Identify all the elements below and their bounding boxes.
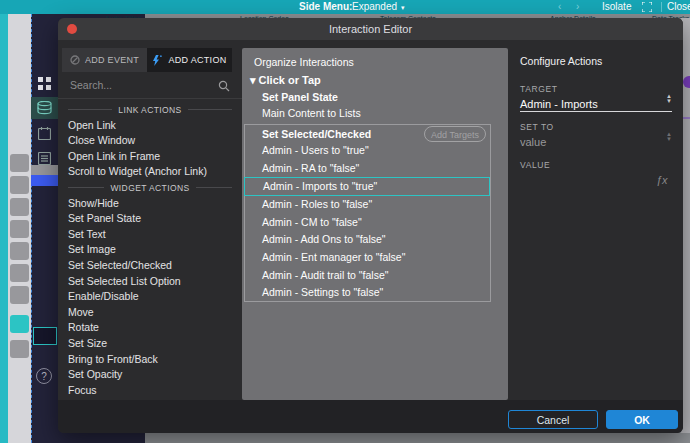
target-label: TARGET <box>520 84 557 94</box>
section-header: LINK ACTIONS <box>68 102 232 118</box>
chevron-down-icon[interactable]: ▾ <box>401 2 405 14</box>
action-item[interactable]: Set Selected List Option <box>68 274 232 290</box>
action-item[interactable]: Set Opacity <box>68 367 232 383</box>
target-select[interactable]: Admin - Imports ▲▼ <box>520 94 672 110</box>
left-panel-divider <box>58 98 242 99</box>
configure-title: Configure Actions <box>520 55 602 67</box>
organize-interactions-panel: Organize Interactions ▾ Click or Tap Set… <box>242 48 508 400</box>
search-icon[interactable] <box>218 80 230 92</box>
target-row[interactable]: Admin - Settings to "false" <box>244 284 490 302</box>
event-row[interactable]: ▾ Click or Tap <box>250 74 321 87</box>
action-item[interactable]: Open Link <box>68 118 232 134</box>
action-item[interactable]: Scroll to Widget (Anchor Link) <box>68 164 232 180</box>
rail-gray-band <box>31 165 58 175</box>
target-rows: Admin - Users to "true" Admin - RA to "f… <box>244 142 490 302</box>
panel-thumb[interactable] <box>10 220 29 238</box>
purple-marker-icon <box>683 76 690 88</box>
organize-title: Organize Interactions <box>254 56 354 68</box>
action-library-list: LINK ACTIONS Open Link Close Window Open… <box>68 102 232 398</box>
action-item[interactable]: Rotate <box>68 320 232 336</box>
panel-thumb[interactable] <box>10 264 29 282</box>
close-dot-icon[interactable] <box>67 24 77 34</box>
target-row[interactable]: Admin - RA to "false" <box>244 160 490 178</box>
action-item[interactable]: Set Size <box>68 336 232 352</box>
collapsed-panel-strip <box>8 0 31 443</box>
calendar-icon[interactable] <box>31 122 58 144</box>
action-item[interactable]: Move <box>68 305 232 321</box>
player-toolbar: Side Menu: Expanded ▾ ‹ › Isolate Close … <box>0 0 690 14</box>
action-item[interactable]: Show/Hide <box>68 196 232 212</box>
target-row[interactable]: Admin - Ent manager to "false" <box>244 249 490 267</box>
action-item[interactable]: Set Text <box>68 227 232 243</box>
dialog-footer: Cancel OK <box>58 400 683 433</box>
panel-thumb[interactable] <box>10 286 29 304</box>
dialog-titlebar[interactable]: Interaction Editor <box>58 18 683 40</box>
action-item[interactable]: Focus <box>68 383 232 399</box>
screen: ? Audio Titles Location Codes Telecom Co… <box>0 0 690 443</box>
stepper-icon[interactable]: ▲▼ <box>666 132 672 142</box>
prev-page-icon[interactable]: ‹ <box>558 1 561 13</box>
tab-add-event[interactable]: ADD EVENT <box>62 48 147 72</box>
next-page-icon[interactable]: › <box>576 1 579 13</box>
set-to-select[interactable]: value ▲▼ <box>520 132 672 148</box>
rail-selected-widget-outline[interactable] <box>33 327 57 345</box>
action-item[interactable]: Open Link in Frame <box>68 149 232 165</box>
value-label: VALUE <box>520 160 550 170</box>
panel-thumb-selected[interactable] <box>10 315 29 333</box>
search-input[interactable]: Search... <box>70 79 112 91</box>
close-button[interactable]: Close <box>667 1 690 13</box>
action-item[interactable]: Set Panel State <box>68 211 232 227</box>
panel-thumb[interactable] <box>10 242 29 260</box>
target-row[interactable]: Admin - Roles to "false" <box>244 196 490 214</box>
isolate-button[interactable]: Isolate <box>602 1 631 13</box>
grid-icon[interactable] <box>31 72 58 94</box>
help-icon[interactable]: ? <box>36 368 52 384</box>
event-icon <box>70 55 80 65</box>
panel-thumb[interactable] <box>10 198 29 216</box>
tab-add-action[interactable]: ADD ACTION <box>147 48 232 72</box>
sidebar-rail: ? <box>31 14 58 443</box>
target-row[interactable]: Main Content to Lists <box>262 107 361 119</box>
target-row[interactable]: Admin - CM to "false" <box>244 214 490 232</box>
stepper-icon[interactable]: ▲▼ <box>666 94 672 104</box>
dialog-title: Interaction Editor <box>58 18 683 40</box>
action-set-panel-state[interactable]: Set Panel State <box>262 91 338 103</box>
ok-button[interactable]: OK <box>606 410 678 429</box>
toolbar-divider <box>661 2 662 12</box>
tab-add-event-label: ADD EVENT <box>85 55 139 65</box>
search-row: Search... <box>62 76 232 96</box>
side-menu-value[interactable]: Expanded <box>352 1 397 13</box>
add-targets-button[interactable]: Add Targets <box>424 126 486 142</box>
panel-thumb[interactable] <box>10 154 29 172</box>
tab-add-action-label: ADD ACTION <box>168 55 226 65</box>
section-header: WIDGET ACTIONS <box>68 180 232 196</box>
panel-thumb[interactable] <box>10 176 29 194</box>
action-item[interactable]: Enable/Disable <box>68 289 232 305</box>
interaction-editor-dialog: Interaction Editor ADD EVENT ADD ACTION … <box>58 18 683 433</box>
target-row[interactable]: Admin - Users to "true" <box>244 142 490 160</box>
side-menu-label: Side Menu: <box>299 1 352 13</box>
action-item[interactable]: Close Window <box>68 133 232 149</box>
action-item[interactable]: Set Image <box>68 242 232 258</box>
action-item[interactable]: Set Selected/Checked <box>68 258 232 274</box>
target-row[interactable]: Admin - Add Ons to "false" <box>244 231 490 249</box>
target-row[interactable]: Admin - Audit trail to "false" <box>244 267 490 285</box>
configure-actions-panel: Configure Actions TARGET Admin - Imports… <box>508 40 683 400</box>
rail-blue-band <box>31 175 58 186</box>
set-to-label: SET TO <box>520 122 554 132</box>
cancel-button[interactable]: Cancel <box>508 410 598 429</box>
canvas-selection-edge <box>0 0 8 443</box>
panel-thumb[interactable] <box>10 340 29 358</box>
action-item[interactable]: Bring to Front/Back <box>68 352 232 368</box>
select-underline <box>520 111 672 112</box>
disclosure-caret-icon[interactable]: ▾ <box>250 74 256 86</box>
isolate-frame-icon[interactable] <box>642 2 652 12</box>
action-bolt-icon <box>152 55 163 66</box>
database-stack-icon[interactable] <box>31 97 58 119</box>
target-row-selected[interactable]: Admin - Imports to "true" <box>244 177 490 196</box>
action-set-selected-checked[interactable]: Set Selected/Checked <box>262 128 371 140</box>
fx-formula-icon[interactable]: ƒx <box>656 174 668 186</box>
